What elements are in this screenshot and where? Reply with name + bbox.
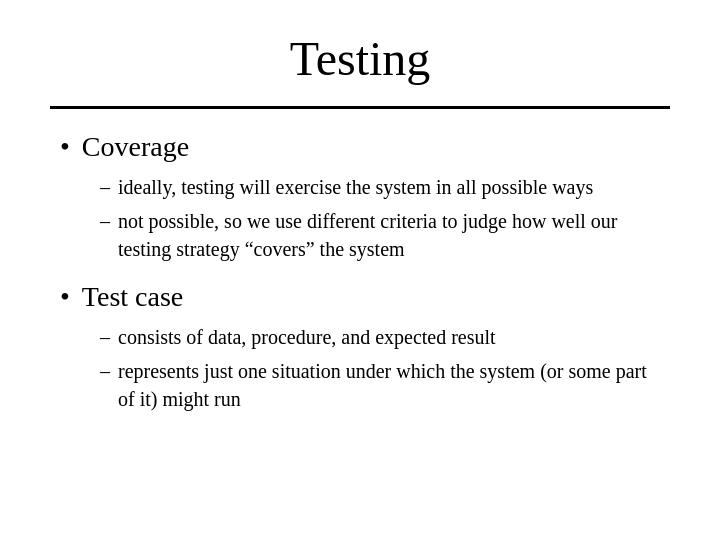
slide-content: • Coverage – ideally, testing will exerc… — [50, 129, 670, 510]
testcase-sub-items: – consists of data, procedure, and expec… — [100, 323, 660, 413]
slide: Testing • Coverage – ideally, testing wi… — [0, 0, 720, 540]
sub-dash-4: – — [100, 357, 110, 385]
coverage-sub-2: – not possible, so we use different crit… — [100, 207, 660, 263]
bullet-coverage-label: Coverage — [82, 129, 189, 165]
bullet-testcase-label: Test case — [82, 279, 183, 315]
coverage-sub-items: – ideally, testing will exercise the sys… — [100, 173, 660, 263]
coverage-sub-2-text: not possible, so we use different criter… — [118, 207, 660, 263]
title-area: Testing — [50, 30, 670, 98]
sub-dash-3: – — [100, 323, 110, 351]
bullet-testcase-main: • Test case — [60, 279, 660, 315]
testcase-sub-2: – represents just one situation under wh… — [100, 357, 660, 413]
testcase-sub-1: – consists of data, procedure, and expec… — [100, 323, 660, 351]
slide-title: Testing — [50, 30, 670, 88]
title-divider — [50, 106, 670, 109]
bullet-dot-testcase: • — [60, 279, 70, 315]
coverage-sub-1-text: ideally, testing will exercise the syste… — [118, 173, 593, 201]
bullet-dot-coverage: • — [60, 129, 70, 165]
testcase-sub-1-text: consists of data, procedure, and expecte… — [118, 323, 496, 351]
bullet-coverage: • Coverage – ideally, testing will exerc… — [60, 129, 660, 263]
bullet-coverage-main: • Coverage — [60, 129, 660, 165]
coverage-sub-1: – ideally, testing will exercise the sys… — [100, 173, 660, 201]
sub-dash-2: – — [100, 207, 110, 235]
sub-dash-1: – — [100, 173, 110, 201]
testcase-sub-2-text: represents just one situation under whic… — [118, 357, 660, 413]
bullet-testcase: • Test case – consists of data, procedur… — [60, 279, 660, 413]
